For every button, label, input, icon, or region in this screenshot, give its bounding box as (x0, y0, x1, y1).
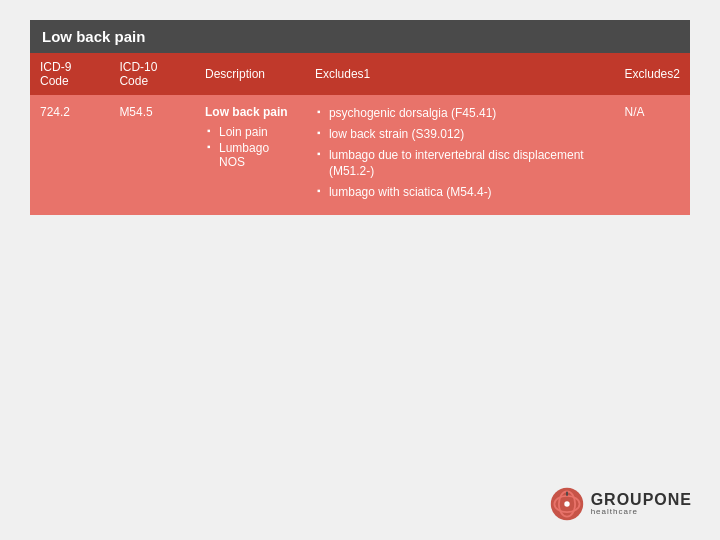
logo-sub-text: healthcare (591, 508, 692, 517)
desc-list: Loin pain Lumbago NOS (205, 125, 295, 169)
desc-main: Low back pain (205, 105, 295, 119)
title-text: Low back pain (42, 28, 145, 45)
list-item: lumbago with sciatica (M54.4-) (315, 184, 605, 201)
logo-icon (549, 486, 585, 522)
list-item: psychogenic dorsalgia (F45.41) (315, 105, 605, 122)
page-wrapper: Low back pain ICD-9 Code ICD-10 Code Des… (0, 0, 720, 540)
col-excl2-header: Excludes2 (615, 53, 690, 95)
logo-group-text: GROUP (591, 491, 655, 509)
excludes1-cell: psychogenic dorsalgia (F45.41) low back … (305, 95, 615, 215)
icd9-cell: 724.2 (30, 95, 109, 215)
table-header-row: ICD-9 Code ICD-10 Code Description Exclu… (30, 53, 690, 95)
col-icd10-header: ICD-10 Code (109, 53, 195, 95)
excludes1-list: psychogenic dorsalgia (F45.41) low back … (315, 105, 605, 201)
col-desc-header: Description (195, 53, 305, 95)
svg-point-3 (564, 501, 569, 506)
excludes2-cell: N/A (615, 95, 690, 215)
list-item: Lumbago NOS (205, 141, 295, 169)
logo-one-text: ONE (654, 491, 692, 509)
list-item: low back strain (S39.012) (315, 126, 605, 143)
page-title: Low back pain (30, 20, 690, 53)
svg-rect-4 (566, 491, 568, 496)
icd10-cell: M54.5 (109, 95, 195, 215)
logo-area: GROUPONE healthcare (549, 486, 692, 522)
desc-cell: Low back pain Loin pain Lumbago NOS (195, 95, 305, 215)
icd-table: ICD-9 Code ICD-10 Code Description Exclu… (30, 53, 690, 215)
logo-text: GROUPONE healthcare (591, 491, 692, 517)
list-item: Loin pain (205, 125, 295, 139)
table-row: 724.2 M54.5 Low back pain Loin pain Lumb… (30, 95, 690, 215)
list-item: lumbago due to intervertebral disc displ… (315, 147, 605, 181)
col-icd9-header: ICD-9 Code (30, 53, 109, 95)
col-excl1-header: Excludes1 (305, 53, 615, 95)
